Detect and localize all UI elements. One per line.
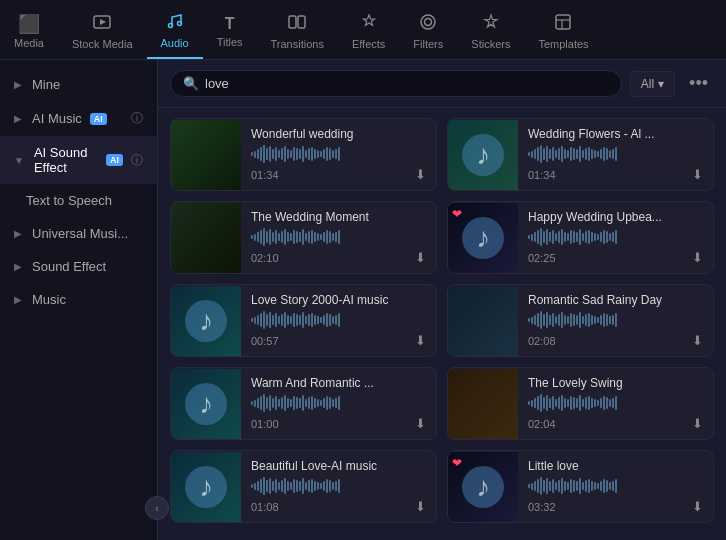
nav-label-transitions: Transitions [271, 38, 324, 50]
music-note-icon: ♪ [185, 466, 227, 508]
track-card[interactable]: ♪ ❤ Little love 03:32 ⬇ [447, 450, 714, 523]
filter-chevron-icon: ▾ [658, 77, 664, 91]
search-input[interactable] [205, 76, 609, 91]
download-icon[interactable]: ⬇ [692, 250, 703, 265]
sidebar-label-ai-sound-effect: AI Sound Effect [34, 145, 98, 175]
track-title: The Lovely Swing [528, 376, 703, 390]
arrow-icon-universal: ▶ [14, 228, 22, 239]
sidebar-item-ai-music[interactable]: ▶ AI Music AI ⓘ [0, 101, 157, 136]
nav-label-effects: Effects [352, 38, 385, 50]
track-card[interactable]: The Lovely Swing 02:04 ⬇ [447, 367, 714, 440]
nav-item-media[interactable]: ⬛ Media [0, 9, 58, 57]
track-info: Wonderful wedding 01:34 ⬇ [241, 119, 436, 190]
top-navigation: ⬛ Media Stock Media Audio T Titles Trans… [0, 0, 726, 60]
track-duration: 01:00 [251, 418, 279, 430]
sidebar-item-mine[interactable]: ▶ Mine [0, 68, 157, 101]
track-meta: 01:34 ⬇ [251, 167, 426, 182]
effects-icon [360, 13, 378, 34]
download-icon[interactable]: ⬇ [415, 499, 426, 514]
track-title: Love Story 2000-AI music [251, 293, 426, 307]
arrow-icon-ai-music: ▶ [14, 113, 22, 124]
sidebar-label-ai-music: AI Music [32, 111, 82, 126]
track-thumbnail: ♪ [171, 452, 241, 522]
track-card[interactable]: ♪ Beautiful Love-AI music 01:08 ⬇ [170, 450, 437, 523]
track-duration: 03:32 [528, 501, 556, 513]
nav-item-transitions[interactable]: Transitions [257, 7, 338, 58]
nav-item-titles[interactable]: T Titles [203, 10, 257, 56]
media-icon: ⬛ [18, 15, 40, 33]
arrow-icon: ▶ [14, 79, 22, 90]
music-note-icon: ♪ [185, 383, 227, 425]
nav-item-effects[interactable]: Effects [338, 7, 399, 58]
sidebar-item-text-to-speech[interactable]: Text to Speech [0, 184, 157, 217]
track-info: The Wedding Moment 02:10 ⬇ [241, 202, 436, 273]
track-card[interactable]: ♪ ❤ Happy Wedding Upbea... 02:25 ⬇ [447, 201, 714, 274]
track-title: Wonderful wedding [251, 127, 426, 141]
sidebar-item-ai-sound-effect[interactable]: ▼ AI Sound Effect AI ⓘ [0, 136, 157, 184]
track-duration: 01:34 [528, 169, 556, 181]
track-thumbnail: ♪ ❤ [448, 203, 518, 273]
nav-item-templates[interactable]: Templates [524, 7, 602, 58]
track-card[interactable]: ♪ Love Story 2000-AI music 00:57 ⬇ [170, 284, 437, 357]
track-meta: 02:04 ⬇ [528, 416, 703, 431]
sidebar-collapse-button[interactable]: ‹ [145, 496, 169, 520]
sidebar-label-mine: Mine [32, 77, 60, 92]
nav-label-stock-media: Stock Media [72, 38, 133, 50]
track-title: Little love [528, 459, 703, 473]
track-meta: 02:25 ⬇ [528, 250, 703, 265]
filter-dropdown[interactable]: All ▾ [630, 71, 675, 97]
info-icon-ai-sound[interactable]: ⓘ [131, 152, 143, 169]
download-icon[interactable]: ⬇ [415, 250, 426, 265]
track-duration: 00:57 [251, 335, 279, 347]
svg-point-3 [177, 22, 181, 26]
track-duration: 02:10 [251, 252, 279, 264]
nav-item-stickers[interactable]: Stickers [457, 7, 524, 58]
track-card[interactable]: The Wedding Moment 02:10 ⬇ [170, 201, 437, 274]
nav-item-audio[interactable]: Audio [147, 6, 203, 59]
track-meta: 00:57 ⬇ [251, 333, 426, 348]
nav-item-filters[interactable]: Filters [399, 7, 457, 58]
svg-rect-5 [298, 16, 305, 28]
waveform [528, 394, 703, 412]
waveform [251, 311, 426, 329]
download-icon[interactable]: ⬇ [692, 333, 703, 348]
download-icon[interactable]: ⬇ [415, 416, 426, 431]
info-icon-ai-music[interactable]: ⓘ [131, 110, 143, 127]
track-title: Beautiful Love-AI music [251, 459, 426, 473]
sidebar-item-music[interactable]: ▶ Music [0, 283, 157, 316]
sidebar-label-text-to-speech: Text to Speech [26, 193, 112, 208]
track-info: The Lovely Swing 02:04 ⬇ [518, 368, 713, 439]
filter-label: All [641, 77, 654, 91]
download-icon[interactable]: ⬇ [415, 167, 426, 182]
download-icon[interactable]: ⬇ [692, 499, 703, 514]
nav-label-stickers: Stickers [471, 38, 510, 50]
sidebar-item-sound-effect[interactable]: ▶ Sound Effect [0, 250, 157, 283]
track-title: The Wedding Moment [251, 210, 426, 224]
heart-badge: ❤ [452, 456, 462, 470]
nav-item-stock-media[interactable]: Stock Media [58, 7, 147, 58]
ai-badge-sound: AI [106, 154, 123, 166]
track-duration: 01:34 [251, 169, 279, 181]
more-options-button[interactable]: ••• [683, 71, 714, 96]
templates-icon [554, 13, 572, 34]
track-thumbnail: ♪ [171, 369, 241, 439]
track-card[interactable]: Wonderful wedding 01:34 ⬇ [170, 118, 437, 191]
download-icon[interactable]: ⬇ [692, 416, 703, 431]
download-icon[interactable]: ⬇ [692, 167, 703, 182]
content-area: 🔍 All ▾ ••• Wonderful wedding [158, 60, 726, 540]
track-thumbnail: ♪ [171, 286, 241, 356]
search-bar: 🔍 All ▾ ••• [158, 60, 726, 108]
track-card[interactable]: Romantic Sad Rainy Day 02:08 ⬇ [447, 284, 714, 357]
arrow-icon-ai-sound: ▼ [14, 155, 24, 166]
track-card[interactable]: ♪ Warm And Romantic ... 01:00 ⬇ [170, 367, 437, 440]
download-icon[interactable]: ⬇ [415, 333, 426, 348]
waveform [528, 145, 703, 163]
track-duration: 01:08 [251, 501, 279, 513]
svg-rect-4 [289, 16, 296, 28]
music-note-icon: ♪ [462, 134, 504, 176]
track-card[interactable]: ♪ Wedding Flowers - Al ... 01:34 ⬇ [447, 118, 714, 191]
titles-icon: T [225, 16, 235, 32]
track-thumbnail: ♪ ❤ [448, 452, 518, 522]
track-thumbnail [448, 286, 518, 356]
sidebar-item-universal-music[interactable]: ▶ Universal Musi... [0, 217, 157, 250]
